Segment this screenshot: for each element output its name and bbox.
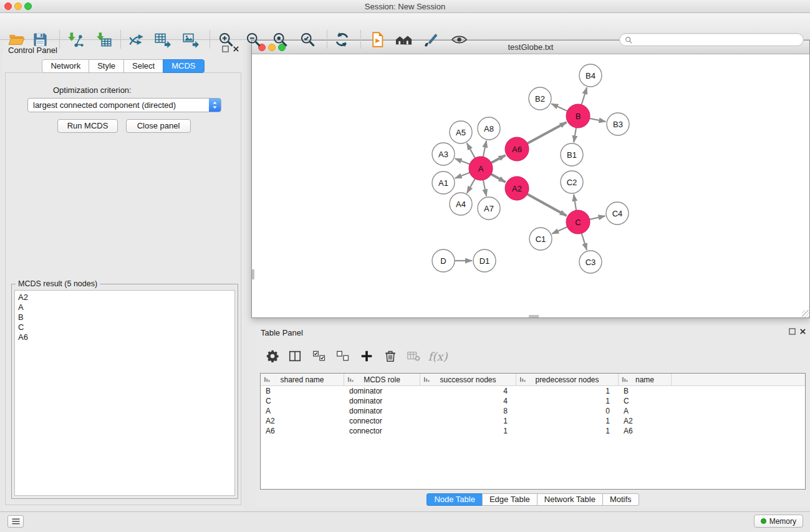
- graph-edge-A-A4[interactable]: [467, 179, 475, 193]
- table-cell[interactable]: C: [619, 396, 672, 406]
- column-header-MCDS-role[interactable]: MCDS role: [344, 374, 420, 385]
- graph-node-A[interactable]: A: [469, 157, 493, 180]
- graph-node-A5[interactable]: A5: [450, 121, 472, 143]
- refresh-view-button[interactable]: [331, 29, 352, 50]
- result-item[interactable]: C: [15, 322, 234, 332]
- table-settings-button[interactable]: [263, 347, 282, 365]
- close-panel-button[interactable]: Close panel: [126, 119, 191, 133]
- graph-edge-A2-C[interactable]: [528, 194, 567, 216]
- table-row[interactable]: A6connector11A6: [261, 426, 805, 436]
- resize-grip[interactable]: [802, 310, 809, 317]
- graph-node-C3[interactable]: C3: [579, 251, 602, 273]
- tab-network[interactable]: Network: [42, 59, 89, 73]
- graph-node-A2[interactable]: A2: [505, 177, 529, 200]
- mcds-result-list[interactable]: A2ABCA6: [14, 290, 235, 496]
- graph-node-A1[interactable]: A1: [432, 172, 455, 194]
- graph-edge-A-A1[interactable]: [455, 173, 470, 178]
- table-row[interactable]: Adominator80A: [261, 406, 805, 416]
- graph-node-C[interactable]: C: [566, 210, 590, 234]
- result-item[interactable]: A: [15, 302, 234, 312]
- graph-edge-C-C3[interactable]: [582, 233, 587, 250]
- table-cell[interactable]: 1: [516, 396, 619, 406]
- table-cell[interactable]: dominator: [344, 406, 420, 416]
- tab-edge-table[interactable]: Edge Table: [482, 493, 538, 506]
- graph-node-A3[interactable]: A3: [432, 143, 455, 165]
- task-history-button[interactable]: [7, 515, 24, 528]
- table-cell[interactable]: 1: [420, 426, 516, 436]
- graph-edge-C-C4[interactable]: [590, 216, 605, 220]
- table-cell[interactable]: B: [619, 386, 672, 396]
- import-table-button[interactable]: [93, 29, 114, 50]
- unselect-all-button[interactable]: [334, 347, 352, 365]
- graph-node-C2[interactable]: C2: [561, 171, 583, 193]
- table-cell[interactable]: A: [619, 406, 672, 416]
- table-cell[interactable]: 8: [420, 406, 516, 416]
- criterion-dropdown[interactable]: largest connected component (directed): [27, 98, 221, 112]
- delete-table-button[interactable]: [404, 347, 423, 365]
- column-header-successor-nodes[interactable]: successor nodes: [420, 374, 516, 385]
- memory-button[interactable]: Memory: [754, 515, 803, 528]
- zoom-fit-button[interactable]: [269, 29, 291, 50]
- table-cell[interactable]: dominator: [344, 386, 420, 396]
- graph-node-A8[interactable]: A8: [478, 117, 500, 140]
- table-cell[interactable]: C: [261, 396, 344, 406]
- column-header-name[interactable]: name: [619, 374, 672, 385]
- graph-edge-B-B4[interactable]: [582, 87, 587, 105]
- table-cell[interactable]: A6: [619, 426, 672, 436]
- table-cell[interactable]: dominator: [344, 396, 420, 406]
- style-brush-button[interactable]: [420, 29, 441, 50]
- table-row[interactable]: Bdominator41B: [261, 386, 805, 396]
- column-header-shared-name[interactable]: shared name: [261, 374, 344, 385]
- table-cell[interactable]: connector: [344, 426, 420, 436]
- table-cell[interactable]: B: [261, 386, 344, 396]
- graph-node-C4[interactable]: C4: [606, 202, 629, 225]
- graph-node-D1[interactable]: D1: [473, 249, 496, 272]
- graph-edge-B-B2[interactable]: [551, 104, 567, 111]
- float-panel-icon[interactable]: [789, 328, 796, 335]
- graph-node-B3[interactable]: B3: [607, 113, 629, 135]
- export-image-button[interactable]: [180, 29, 201, 50]
- export-network-button[interactable]: [125, 29, 147, 50]
- result-item[interactable]: B: [15, 312, 234, 322]
- table-cell[interactable]: 1: [420, 416, 516, 426]
- open-recent-button[interactable]: [367, 29, 388, 50]
- table-cell[interactable]: 1: [516, 386, 619, 396]
- open-session-button[interactable]: [6, 29, 27, 50]
- select-all-button[interactable]: [310, 347, 329, 365]
- search-input[interactable]: [635, 36, 798, 44]
- column-header-predecessor-nodes[interactable]: predecessor nodes: [516, 374, 619, 385]
- reset-home-button[interactable]: [393, 29, 414, 50]
- add-row-button[interactable]: [357, 347, 376, 365]
- vertical-scroll-nub[interactable]: [252, 269, 254, 279]
- graph-edge-A-A2[interactable]: [491, 174, 506, 182]
- graph-edge-A-A7[interactable]: [483, 180, 486, 196]
- graph-node-D[interactable]: D: [432, 249, 455, 272]
- result-item[interactable]: A2: [15, 293, 234, 302]
- table-row[interactable]: Cdominator41C: [261, 396, 805, 406]
- network-canvas-svg[interactable]: B4B2BB3A8A5A6B1A3AA1C2A2A4A7C4CC1C3DD1: [252, 54, 809, 317]
- table-cell[interactable]: A2: [261, 416, 344, 426]
- run-mcds-button[interactable]: Run MCDS: [57, 119, 118, 133]
- graph-node-B[interactable]: B: [566, 104, 590, 128]
- graph-edge-A-A3[interactable]: [455, 158, 470, 164]
- graph-node-C1[interactable]: C1: [529, 228, 552, 250]
- graph-edge-C-C1[interactable]: [552, 227, 567, 234]
- table-cell[interactable]: 1: [516, 426, 619, 436]
- table-cell[interactable]: A2: [619, 416, 672, 426]
- tab-node-table[interactable]: Node Table: [427, 493, 483, 506]
- zoom-out-button[interactable]: [243, 29, 264, 50]
- horizontal-scroll-nub[interactable]: [529, 315, 539, 317]
- graph-node-B4[interactable]: B4: [579, 64, 602, 87]
- save-session-button[interactable]: [29, 29, 51, 50]
- export-table-button[interactable]: [152, 29, 173, 50]
- network-canvas[interactable]: B4B2BB3A8A5A6B1A3AA1C2A2A4A7C4CC1C3DD1: [252, 54, 809, 317]
- graph-edge-A-A6[interactable]: [491, 155, 506, 163]
- tab-motifs[interactable]: Motifs: [602, 493, 639, 506]
- graph-node-A7[interactable]: A7: [478, 197, 500, 220]
- table-cell[interactable]: 1: [516, 416, 619, 426]
- close-panel-icon[interactable]: [799, 328, 806, 335]
- table-cell[interactable]: 0: [516, 406, 619, 416]
- zoom-selected-button[interactable]: [297, 29, 318, 50]
- show-hide-button[interactable]: [448, 29, 470, 50]
- graph-edge-C-C2[interactable]: [574, 195, 576, 210]
